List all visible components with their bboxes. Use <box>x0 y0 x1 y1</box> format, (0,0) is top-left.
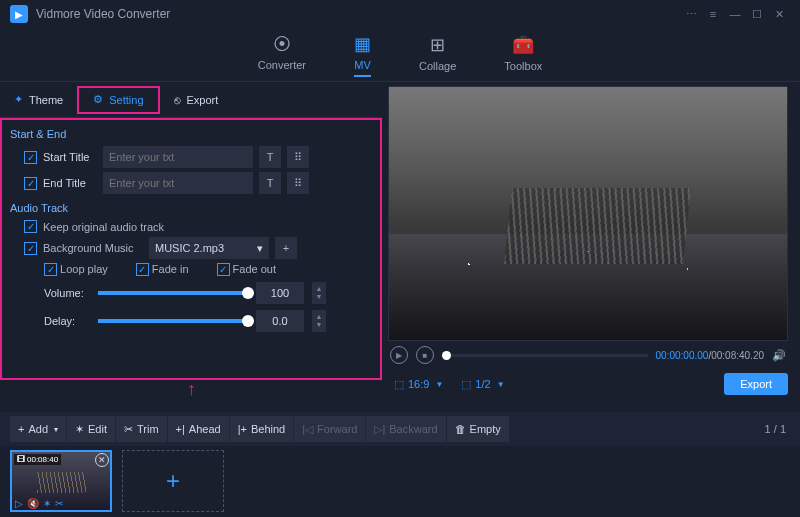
options-bar: ⬚16:9▼ ⬚1/2▼ Export <box>388 369 788 399</box>
wand-icon: ✶ <box>75 423 84 436</box>
volume-stepper[interactable]: ▲▼ <box>312 282 326 304</box>
text-style-button[interactable]: T <box>259 146 281 168</box>
play-icon[interactable]: ▷ <box>15 498 23 509</box>
fade-in-checkbox[interactable]: ✓ <box>136 263 149 276</box>
section-start-end: Start & End <box>10 128 372 140</box>
ahead-button[interactable]: +|Ahead <box>168 416 229 442</box>
app-logo: ▶ <box>10 5 28 23</box>
grid-button[interactable]: ⠿ <box>287 172 309 194</box>
scissors-icon: ✂ <box>124 423 133 436</box>
tab-converter[interactable]: ⦿Converter <box>258 34 306 75</box>
add-clip-button[interactable]: + <box>122 450 224 512</box>
delay-stepper[interactable]: ▲▼ <box>312 310 326 332</box>
tab-mv[interactable]: ▦MV <box>354 33 371 77</box>
add-button[interactable]: +Add▾ <box>10 416 66 442</box>
aspect-ratio-select[interactable]: ⬚16:9▼ <box>388 378 449 391</box>
loop-play-checkbox[interactable]: ✓ <box>44 263 57 276</box>
aspect-value: 16:9 <box>408 378 429 390</box>
chevron-down-icon: ▼ <box>497 380 505 389</box>
clip-thumbnail[interactable]: 🎞00:08:40 ✕ ▷ 🔇 ✶ ✂ <box>10 450 112 512</box>
empty-button[interactable]: 🗑Empty <box>447 416 509 442</box>
btn-label: Backward <box>389 423 437 435</box>
btn-label: Forward <box>317 423 357 435</box>
tab-label: MV <box>354 59 371 71</box>
export-button[interactable]: Export <box>724 373 788 395</box>
start-title-input[interactable] <box>103 146 253 168</box>
end-title-checkbox[interactable]: ✓ <box>24 177 37 190</box>
right-panel: ▶ ■ 00:00:00.00/00:08:40.20 🔊 ⬚16:9▼ ⬚1/… <box>382 82 800 412</box>
btn-label: Empty <box>470 423 501 435</box>
stop-button[interactable]: ■ <box>416 346 434 364</box>
trash-icon: 🗑 <box>455 423 466 435</box>
delay-value: 0.0 <box>256 310 304 332</box>
behind-button[interactable]: |+Behind <box>230 416 294 442</box>
end-title-input[interactable] <box>103 172 253 194</box>
btn-label: Trim <box>137 423 159 435</box>
effect-icon[interactable]: ✶ <box>43 498 51 509</box>
subtab-export[interactable]: ⎋Export <box>160 86 233 114</box>
keep-audio-checkbox[interactable]: ✓ <box>24 220 37 233</box>
chat-icon[interactable]: ⋯ <box>680 3 702 25</box>
volume-label: Volume: <box>44 287 90 299</box>
start-title-checkbox[interactable]: ✓ <box>24 151 37 164</box>
bottom-toolbar: +Add▾ ✶Edit ✂Trim +|Ahead |+Behind |◁For… <box>0 412 800 446</box>
maximize-icon[interactable]: ☐ <box>746 3 768 25</box>
tab-label: Toolbox <box>504 60 542 72</box>
remove-clip-button[interactable]: ✕ <box>95 453 109 467</box>
current-time: 00:00:00.00 <box>656 350 709 361</box>
trim-icon[interactable]: ✂ <box>55 498 63 509</box>
start-title-label: Start Title <box>43 151 97 163</box>
duration: 00:08:40.20 <box>711 350 764 361</box>
play-button[interactable]: ▶ <box>390 346 408 364</box>
main-area: ✦Theme ⚙Setting ⎋Export Start & End ✓ St… <box>0 82 800 412</box>
forward-button[interactable]: |◁Forward <box>294 416 365 442</box>
clip-strip: 🎞00:08:40 ✕ ▷ 🔇 ✶ ✂ + <box>0 446 800 516</box>
btn-label: Ahead <box>189 423 221 435</box>
chevron-down-icon: ▾ <box>257 242 263 255</box>
bg-music-label: Background Music <box>43 242 143 254</box>
volume-slider[interactable] <box>98 291 248 295</box>
subtab-setting[interactable]: ⚙Setting <box>77 86 159 114</box>
tab-collage[interactable]: ⊞Collage <box>419 34 456 76</box>
tab-label: Converter <box>258 59 306 71</box>
page-indicator: 1 / 1 <box>765 423 790 435</box>
clip-action-icons: ▷ 🔇 ✶ ✂ <box>15 498 63 509</box>
clip-duration: 🎞00:08:40 <box>14 454 61 465</box>
toolbox-icon: 🧰 <box>512 34 534 56</box>
fade-out-checkbox[interactable]: ✓ <box>217 263 230 276</box>
end-title-label: End Title <box>43 177 97 189</box>
menu-icon[interactable]: ≡ <box>702 3 724 25</box>
ahead-icon: +| <box>176 423 185 435</box>
close-icon[interactable]: ✕ <box>768 3 790 25</box>
add-music-button[interactable]: + <box>275 237 297 259</box>
chevron-down-icon: ▾ <box>54 425 58 434</box>
bg-music-checkbox[interactable]: ✓ <box>24 242 37 255</box>
progress-bar[interactable] <box>442 354 648 357</box>
subtab-label: Export <box>187 94 219 106</box>
top-nav: ⦿Converter ▦MV ⊞Collage 🧰Toolbox <box>0 28 800 82</box>
delay-slider[interactable] <box>98 319 248 323</box>
text-style-button[interactable]: T <box>259 172 281 194</box>
music-select[interactable]: MUSIC 2.mp3▾ <box>149 237 269 259</box>
tab-label: Collage <box>419 60 456 72</box>
mute-icon[interactable]: 🔇 <box>27 498 39 509</box>
fade-out-label: Fade out <box>233 263 276 275</box>
volume-icon[interactable]: 🔊 <box>772 349 786 362</box>
forward-icon: |◁ <box>302 423 313 436</box>
player-bar: ▶ ■ 00:00:00.00/00:08:40.20 🔊 <box>388 341 788 369</box>
tab-toolbox[interactable]: 🧰Toolbox <box>504 34 542 76</box>
subtab-theme[interactable]: ✦Theme <box>0 86 77 114</box>
scale-select[interactable]: ⬚1/2▼ <box>455 378 510 391</box>
backward-button[interactable]: ▷|Backward <box>366 416 445 442</box>
trim-button[interactable]: ✂Trim <box>116 416 167 442</box>
minimize-icon[interactable]: — <box>724 3 746 25</box>
export-icon: ⎋ <box>174 94 181 106</box>
video-preview[interactable] <box>388 86 788 341</box>
grid-button[interactable]: ⠿ <box>287 146 309 168</box>
duration-text: 00:08:40 <box>27 455 58 464</box>
music-file-label: MUSIC 2.mp3 <box>155 242 224 254</box>
edit-button[interactable]: ✶Edit <box>67 416 115 442</box>
section-audio-track: Audio Track <box>10 202 372 214</box>
scale-value: 1/2 <box>475 378 490 390</box>
scale-icon: ⬚ <box>461 378 471 391</box>
